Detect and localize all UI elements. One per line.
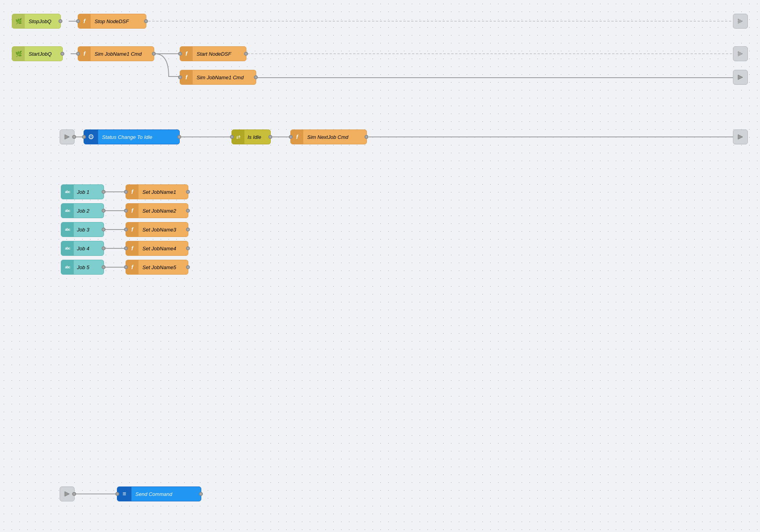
node-set-jobname2[interactable]: f Set JobName2 [126, 203, 188, 218]
node-send-command-label: Send Command [131, 491, 176, 497]
node-set-jobname5-label: Set JobName5 [139, 264, 180, 270]
node-set-jobname5[interactable]: f Set JobName5 [126, 260, 188, 275]
node-job1[interactable]: abc Job 1 [61, 184, 104, 199]
port-out[interactable] [102, 209, 106, 213]
node-status-change-label: Status Change To Idle [98, 134, 156, 140]
port-out[interactable] [186, 190, 190, 194]
node-job3-label: Job 3 [74, 227, 93, 233]
port-in[interactable] [76, 19, 80, 23]
port-out[interactable] [254, 75, 258, 79]
port-in[interactable] [124, 265, 128, 269]
node-output1 [733, 14, 748, 29]
node-job1-label: Job 1 [74, 189, 93, 195]
inject-icon: 🌿 [12, 47, 25, 61]
node-job2[interactable]: abc Job 2 [61, 203, 104, 218]
port-in[interactable] [124, 228, 128, 231]
node-sim-nextjob-label: Sim NextJob Cmd [303, 134, 352, 140]
port-in[interactable] [289, 135, 293, 139]
svg-marker-1 [738, 51, 743, 56]
node-startnodesdf[interactable]: f Start NodeDSF [180, 46, 246, 61]
node-set-jobname1[interactable]: f Set JobName1 [126, 184, 188, 199]
node-simjobname1cmd-b-label: Sim JobName1 Cmd [193, 75, 248, 80]
string-icon: abc [61, 241, 74, 255]
port-in[interactable] [124, 246, 128, 250]
node-output2 [733, 46, 748, 61]
node-stopjobq[interactable]: 🌿 StopJobQ [12, 14, 61, 29]
port-out[interactable] [186, 265, 190, 269]
port-out[interactable] [199, 492, 203, 496]
node-stopnodesdf-label: Stop NodeDSF [91, 18, 133, 24]
node-set-jobname3-label: Set JobName3 [139, 227, 180, 233]
port-in[interactable] [178, 52, 182, 56]
node-output4 [733, 129, 748, 144]
node-job4-label: Job 4 [74, 246, 93, 251]
port-out-1[interactable] [152, 52, 156, 56]
node-startjobq[interactable]: 🌿 StartJobQ [12, 46, 63, 61]
string-icon: abc [61, 185, 74, 199]
port-in[interactable] [178, 75, 182, 79]
node-output3 [733, 70, 748, 85]
port-out[interactable] [58, 19, 62, 23]
node-job5[interactable]: abc Job 5 [61, 260, 104, 275]
node-simjobname1cmd-a[interactable]: f Sim JobName1 Cmd [78, 46, 154, 61]
port-out[interactable] [144, 19, 148, 23]
port-out[interactable] [102, 190, 106, 194]
node-startnodesdf-label: Start NodeDSF [193, 51, 235, 57]
port-out[interactable] [102, 228, 106, 231]
node-is-idle-label: Is Idle [244, 134, 264, 140]
port-in[interactable] [124, 209, 128, 213]
port-out[interactable] [177, 135, 181, 139]
port-out[interactable] [186, 228, 190, 231]
event-icon: ⚙ [84, 130, 98, 144]
port-out[interactable] [244, 52, 248, 56]
string-icon: abc [61, 204, 74, 218]
node-stopnodesdf[interactable]: f Stop NodeDSF [78, 14, 146, 29]
node-input5 [60, 486, 75, 501]
port-in[interactable] [230, 135, 234, 139]
node-job5-label: Job 5 [74, 264, 93, 270]
node-simjobname1cmd-a-label: Sim JobName1 Cmd [91, 51, 146, 57]
port-in[interactable] [76, 52, 80, 56]
port-out[interactable] [102, 265, 106, 269]
port-out[interactable] [365, 135, 368, 139]
node-input3 [60, 129, 75, 144]
svg-marker-5 [65, 492, 69, 496]
node-simjobname1cmd-b[interactable]: f Sim JobName1 Cmd [180, 70, 256, 85]
port-out[interactable] [186, 209, 190, 213]
node-set-jobname3[interactable]: f Set JobName3 [126, 222, 188, 237]
inject-icon: 🌿 [12, 14, 25, 28]
svg-marker-3 [65, 135, 69, 139]
port-out[interactable] [60, 52, 64, 56]
port-in[interactable] [115, 492, 119, 496]
flow-canvas: 🌿 StopJobQ f Stop NodeDSF 🌿 StartJobQ f … [0, 0, 760, 532]
node-is-idle[interactable]: ⇄ Is Idle [231, 129, 271, 144]
node-job3[interactable]: abc Job 3 [61, 222, 104, 237]
node-set-jobname2-label: Set JobName2 [139, 208, 180, 214]
node-startjobq-label: StartJobQ [25, 51, 56, 57]
connectors-layer [0, 0, 760, 532]
port-in[interactable] [82, 135, 86, 139]
node-sim-nextjob-cmd[interactable]: f Sim NextJob Cmd [290, 129, 367, 144]
string-icon: abc [61, 222, 74, 237]
node-set-jobname4[interactable]: f Set JobName4 [126, 241, 188, 256]
node-status-change-to-idle[interactable]: ⚙ Status Change To Idle [84, 129, 180, 144]
command-icon: ≡ [117, 487, 131, 501]
node-job4[interactable]: abc Job 4 [61, 241, 104, 256]
node-job2-label: Job 2 [74, 208, 93, 214]
node-set-jobname4-label: Set JobName4 [139, 246, 180, 251]
port-out[interactable] [186, 246, 190, 250]
port-out[interactable] [268, 135, 272, 139]
svg-marker-2 [738, 75, 743, 80]
svg-marker-4 [738, 135, 743, 139]
svg-marker-0 [738, 19, 743, 24]
node-set-jobname1-label: Set JobName1 [139, 189, 180, 195]
node-stopjobq-label: StopJobQ [25, 18, 55, 24]
port-in[interactable] [124, 190, 128, 194]
port-out[interactable] [102, 246, 106, 250]
node-send-command[interactable]: ≡ Send Command [117, 486, 201, 501]
string-icon: abc [61, 260, 74, 274]
